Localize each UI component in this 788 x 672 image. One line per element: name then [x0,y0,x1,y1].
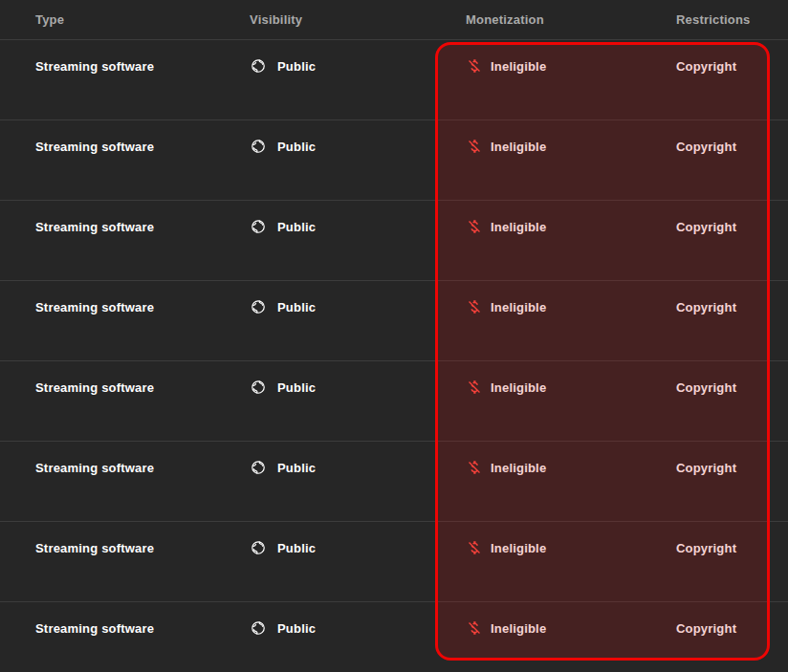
cell-visibility: Public [250,458,466,477]
cell-restrictions: Copyright [676,618,788,638]
table-row[interactable]: Streaming software Public [0,361,788,442]
visibility-label: Public [277,140,316,154]
cell-monetization: Ineligible [466,458,676,477]
money-off-icon [466,57,483,75]
money-off-icon [466,298,483,315]
restrictions-label: Copyright [676,300,736,314]
restrictions-label: Copyright [676,59,736,74]
table-row[interactable]: Streaming software Public [0,522,788,602]
globe-icon [250,619,267,637]
cell-monetization: Ineligible [466,378,676,397]
column-header-restrictions: Restrictions [676,12,788,27]
globe-icon [250,298,267,315]
type-label: Streaming software [35,59,154,74]
visibility-label: Public [277,380,316,395]
table-header: Type Visibility Monetization Restriction… [0,0,788,40]
cell-restrictions: Copyright [676,56,788,76]
restrictions-label: Copyright [676,140,736,154]
visibility-label: Public [277,300,316,314]
globe-icon [250,57,267,75]
cell-restrictions: Copyright [676,538,788,557]
cell-type: Streaming software [0,538,250,557]
visibility-label: Public [277,541,316,555]
type-label: Streaming software [35,621,154,636]
cell-type: Streaming software [0,618,250,638]
cell-visibility: Public [250,137,466,156]
cell-restrictions: Copyright [676,458,788,477]
monetization-label: Ineligible [491,461,546,475]
type-label: Streaming software [35,541,154,555]
type-label: Streaming software [35,380,154,395]
cell-monetization: Ineligible [466,137,676,156]
globe-icon [250,218,267,235]
table-row[interactable]: Streaming software Public [0,40,788,120]
cell-monetization: Ineligible [466,56,676,76]
money-off-icon [466,539,483,556]
money-off-icon [466,138,483,155]
table-row[interactable]: Streaming software Public [0,602,788,672]
restrictions-label: Copyright [676,220,736,234]
content-table-screen: Type Visibility Monetization Restriction… [0,0,788,672]
cell-type: Streaming software [0,137,250,156]
type-label: Streaming software [35,140,154,154]
cell-visibility: Public [250,297,466,316]
type-label: Streaming software [35,220,154,234]
monetization-label: Ineligible [491,220,546,234]
cell-visibility: Public [250,618,466,638]
restrictions-label: Copyright [676,461,736,475]
money-off-icon [466,218,483,235]
cell-type: Streaming software [0,458,250,477]
table-row[interactable]: Streaming software Public [0,120,788,201]
globe-icon [250,379,267,396]
cell-visibility: Public [250,538,466,557]
cell-restrictions: Copyright [676,297,788,316]
cell-type: Streaming software [0,297,250,316]
cell-monetization: Ineligible [466,297,676,316]
type-label: Streaming software [35,461,154,475]
monetization-label: Ineligible [491,300,546,314]
cell-restrictions: Copyright [676,378,788,397]
column-header-monetization: Monetization [466,12,676,27]
restrictions-label: Copyright [676,541,736,555]
money-off-icon [466,379,483,396]
monetization-label: Ineligible [491,621,546,636]
monetization-label: Ineligible [491,380,546,395]
cell-monetization: Ineligible [466,618,676,638]
globe-icon [250,459,267,476]
visibility-label: Public [277,59,316,74]
cell-visibility: Public [250,378,466,397]
table-row[interactable]: Streaming software Public [0,281,788,361]
cell-restrictions: Copyright [676,217,788,236]
restrictions-label: Copyright [676,380,736,395]
column-header-visibility: Visibility [250,12,466,27]
globe-icon [250,138,267,155]
money-off-icon [466,619,483,637]
cell-type: Streaming software [0,56,250,76]
cell-visibility: Public [250,217,466,236]
monetization-label: Ineligible [491,140,546,154]
cell-type: Streaming software [0,378,250,397]
money-off-icon [466,459,483,476]
visibility-label: Public [277,220,316,234]
table-body: Streaming software Public [0,40,788,672]
cell-monetization: Ineligible [466,538,676,557]
cell-type: Streaming software [0,217,250,236]
type-label: Streaming software [35,300,154,314]
cell-restrictions: Copyright [676,137,788,156]
column-header-type: Type [0,12,250,27]
table-row[interactable]: Streaming software Public [0,442,788,522]
table-row[interactable]: Streaming software Public [0,201,788,281]
globe-icon [250,539,267,556]
cell-monetization: Ineligible [466,217,676,236]
visibility-label: Public [277,621,316,636]
monetization-label: Ineligible [491,541,546,555]
cell-visibility: Public [250,56,466,76]
monetization-label: Ineligible [491,59,546,74]
visibility-label: Public [277,461,316,475]
restrictions-label: Copyright [676,621,736,636]
